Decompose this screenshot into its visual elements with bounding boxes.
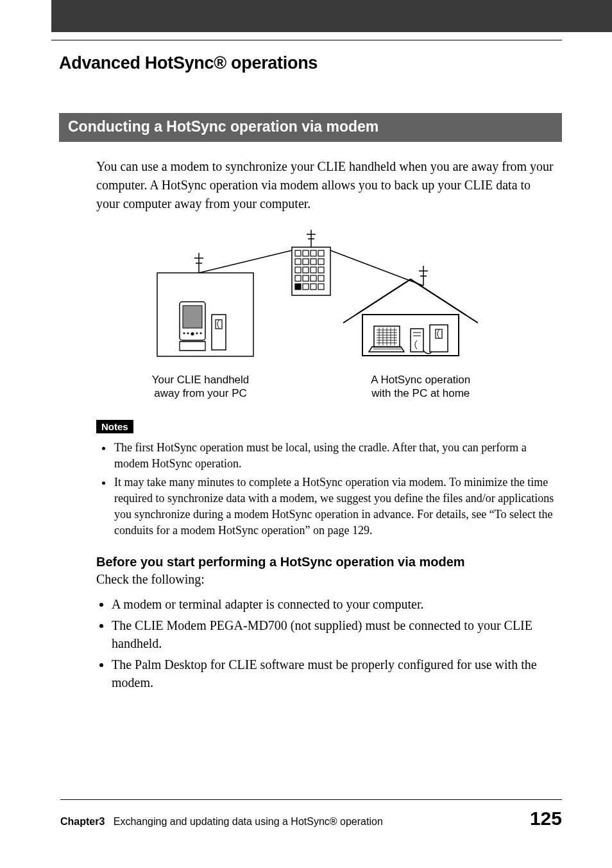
before-lead: Check the following: <box>96 572 562 587</box>
svg-point-34 <box>187 333 189 334</box>
footer-left: Chapter3 Exchanging and updating data us… <box>60 816 383 828</box>
page-footer: Chapter3 Exchanging and updating data us… <box>60 799 562 829</box>
svg-point-33 <box>183 333 185 334</box>
before-bullets: A modem or terminal adapter is connected… <box>112 596 558 692</box>
diagram-caption-left: Your CLIE handheld away from your PC <box>152 373 250 401</box>
chapter-text: Exchanging and updating data using a Hot… <box>114 816 383 827</box>
header-bar <box>51 0 612 32</box>
svg-line-24 <box>199 250 292 273</box>
svg-point-36 <box>200 333 202 334</box>
diagram-svg <box>144 225 478 369</box>
modem-diagram: Your CLIE handheld away from your PC A H… <box>60 225 562 401</box>
note-item: It may take many minutes to complete a H… <box>113 474 558 539</box>
svg-rect-31 <box>183 306 202 328</box>
diagram-captions: Your CLIE handheld away from your PC A H… <box>60 373 562 401</box>
page-title: Advanced HotSync® operations <box>59 53 562 73</box>
section-heading: Conducting a HotSync operation via modem <box>59 113 562 142</box>
before-bullet: A modem or terminal adapter is connected… <box>112 596 558 614</box>
note-item: The first HotSync operation must be loca… <box>113 440 558 472</box>
page-number: 125 <box>530 808 562 829</box>
svg-point-35 <box>196 333 198 334</box>
page-content: Advanced HotSync® operations Conducting … <box>0 40 612 692</box>
diagram-caption-right: A HotSync operation with the PC at home <box>371 373 470 401</box>
before-bullet: The CLIE Modem PEGA-MD700 (not supplied)… <box>112 617 558 652</box>
svg-point-32 <box>191 333 194 336</box>
notes-list: The first HotSync operation must be loca… <box>113 440 558 539</box>
chapter-label: Chapter3 <box>60 816 105 827</box>
before-heading: Before you start performing a HotSync op… <box>96 555 562 569</box>
before-bullet: The Palm Desktop for CLIE software must … <box>112 656 558 691</box>
notes-label: Notes <box>96 420 133 433</box>
section-intro: You can use a modem to synchronize your … <box>96 157 556 213</box>
svg-rect-17 <box>295 284 301 290</box>
